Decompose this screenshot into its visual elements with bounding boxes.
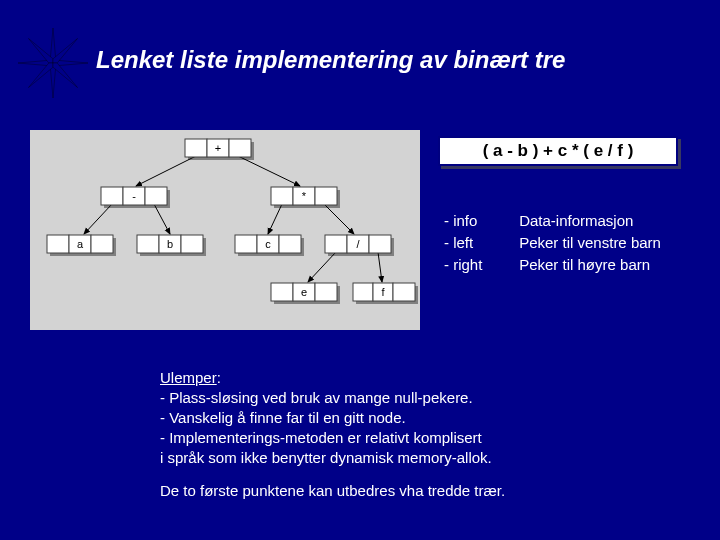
svg-rect-53 [271,283,293,301]
svg-rect-27 [229,139,251,157]
svg-rect-59 [393,283,415,301]
svg-marker-7 [53,63,78,88]
svg-rect-49 [325,235,347,253]
page-title: Lenket liste implementering av binært tr… [96,46,565,74]
node-times: * [271,187,337,205]
svg-rect-25 [185,139,207,157]
svg-rect-57 [353,283,373,301]
svg-text:-: - [132,190,136,202]
list-item: - leftPeker til venstre barn [444,232,661,254]
node-b: b [137,235,203,253]
svg-text:+: + [215,142,221,154]
svg-rect-29 [101,187,123,205]
svg-line-17 [136,156,196,186]
node-a: a [47,235,113,253]
list-item: i språk som ikke benytter dynamisk memor… [160,448,492,468]
starburst-icon [18,28,88,98]
list-item: - Plass-sløsing ved bruk av mange null-p… [160,388,492,408]
node-slash: / [325,235,391,253]
svg-text:a: a [77,238,84,250]
node-fields-list: - infoData-informasjon - leftPeker til v… [444,210,661,276]
svg-marker-6 [29,63,54,88]
svg-rect-35 [315,187,337,205]
svg-rect-41 [137,235,159,253]
node-c: c [235,235,301,253]
svg-rect-51 [369,235,391,253]
footer-note: De to første punktene kan utbedres vha t… [160,482,505,499]
node-root: + [185,139,251,157]
svg-marker-5 [53,39,78,64]
node-e: e [271,283,337,301]
svg-rect-33 [271,187,293,205]
svg-line-24 [378,252,382,282]
svg-rect-45 [235,235,257,253]
expression-box: ( a - b ) + c * ( e / f ) [438,136,678,166]
svg-rect-47 [279,235,301,253]
node-minus: - [101,187,167,205]
list-item: - Vanskelig å finne far til en gitt node… [160,408,492,428]
svg-text:*: * [302,190,307,202]
svg-marker-4 [29,39,54,64]
svg-rect-43 [181,235,203,253]
disadvantages-heading: Ulemper [160,369,217,386]
svg-line-22 [324,204,354,234]
svg-line-18 [238,156,300,186]
svg-line-23 [308,252,336,282]
svg-text:b: b [167,238,173,250]
list-item: - rightPeker til høyre barn [444,254,661,276]
svg-rect-31 [145,187,167,205]
svg-line-20 [154,204,170,234]
svg-rect-55 [315,283,337,301]
svg-rect-39 [91,235,113,253]
svg-text:c: c [265,238,271,250]
list-item: - infoData-informasjon [444,210,661,232]
list-item: - Implementerings-metoden er relativt ko… [160,428,492,448]
svg-line-19 [84,204,112,234]
node-f: f [353,283,415,301]
disadvantages-block: Ulemper: - Plass-sløsing ved bruk av man… [160,368,492,468]
svg-rect-37 [47,235,69,253]
tree-diagram: + - * a b [30,130,420,330]
svg-text:e: e [301,286,307,298]
svg-line-21 [268,204,282,234]
